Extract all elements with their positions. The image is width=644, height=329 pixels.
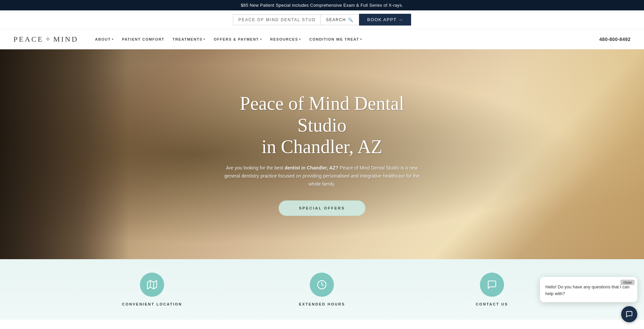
clock-icon-circle [310,273,334,297]
map-icon [147,280,157,290]
hero-subtitle: Are you looking for the best dentist in … [221,164,423,188]
nav-item-patient-comfort[interactable]: PATIENT COMFORT [118,31,168,48]
hero-content: Peace of Mind Dental Studio in Chandler,… [205,93,440,216]
site-logo[interactable]: PEACE ✛ MIND [13,35,78,44]
search-label: SEARCH [326,17,346,22]
nav-treatments-label: TREATMENTS [172,37,202,41]
logo-cross-icon: ✛ [46,36,51,42]
nav-item-offers-payment[interactable]: OFFERS & PAYMENT ▾ [210,31,265,48]
logo-part1: PEACE [13,35,44,44]
hero-figure [0,49,185,259]
nav-item-treatments[interactable]: TREATMENTS ▾ [169,31,209,48]
chat-bubble-icon [626,311,633,318]
chevron-down-icon-3: ▾ [260,38,262,41]
nav-item-condition-we-treat[interactable]: CONDITION WE TREAT ▾ [306,31,366,48]
announcement-bar: $85 New Patient Special includes Compreh… [0,0,644,10]
special-offers-button[interactable]: SPECIAL OFFERS [279,200,365,216]
chevron-down-icon-5: ▾ [360,38,362,41]
chat-widget: close Hello! Do you have any questions t… [540,277,637,302]
site-name-search: SEARCH 🔍 [233,14,359,25]
svg-marker-0 [147,281,157,289]
announcement-text: $85 New Patient Special includes Compreh… [241,3,403,8]
convenient-location-label: CONVENIENT LOCATION [122,302,182,306]
chat-icon [487,280,497,290]
nav-links: ABOUT ▾ PATIENT COMFORT TREATMENTS ▾ OFF… [92,31,599,48]
nav-item-about[interactable]: ABOUT ▾ [92,31,117,48]
nav-offers-label: OFFERS & PAYMENT [214,37,259,41]
contact-us-label: CONTACT US [476,302,508,306]
logo-part2: MIND [53,35,79,44]
hero-title-line1: Peace of Mind Dental Studio [240,93,404,135]
book-appt-button[interactable]: BOOK APPT → [359,14,411,26]
special-offers-label: SPECIAL OFFERS [299,206,345,210]
chat-message: Hello! Do you have any questions that I … [545,284,630,296]
chat-close-label: close [623,280,632,284]
book-appt-label: BOOK APPT → [367,17,403,22]
chat-close-button[interactable]: close [621,280,635,285]
chevron-down-icon-4: ▾ [299,38,301,41]
hero-title: Peace of Mind Dental Studio in Chandler,… [218,93,426,157]
search-icon: 🔍 [348,17,354,22]
search-button[interactable]: SEARCH 🔍 [320,15,359,25]
chat-icon-circle [480,273,504,297]
hero-section: Peace of Mind Dental Studio in Chandler,… [0,49,644,259]
nav-resources-label: RESOURCES [270,37,298,41]
utility-bar: SEARCH 🔍 BOOK APPT → [0,10,644,29]
chat-avatar-button[interactable] [621,306,637,320]
phone-number: 480-800-8492 [599,37,631,42]
utility-bar-inner: SEARCH 🔍 BOOK APPT → [233,14,411,26]
chevron-down-icon: ▾ [112,38,114,41]
nav-condition-label: CONDITION WE TREAT [309,37,359,41]
nav-patient-comfort-label: PATIENT COMFORT [122,37,164,41]
nav-phone[interactable]: 480-800-8492 [599,37,631,42]
chevron-down-icon-2: ▾ [203,38,206,41]
site-name-field[interactable] [233,15,320,25]
nav-about-label: ABOUT [95,37,111,41]
feature-extended-hours: EXTENDED HOURS [237,273,407,306]
nav-item-resources[interactable]: RESOURCES ▾ [267,31,305,48]
map-icon-circle [140,273,164,297]
extended-hours-label: EXTENDED HOURS [299,302,345,306]
hero-title-line2: in Chandler, AZ [261,136,382,157]
feature-convenient-location: CONVENIENT LOCATION [67,273,237,306]
main-nav: PEACE ✛ MIND ABOUT ▾ PATIENT COMFORT TRE… [0,29,644,49]
clock-icon [317,280,327,290]
